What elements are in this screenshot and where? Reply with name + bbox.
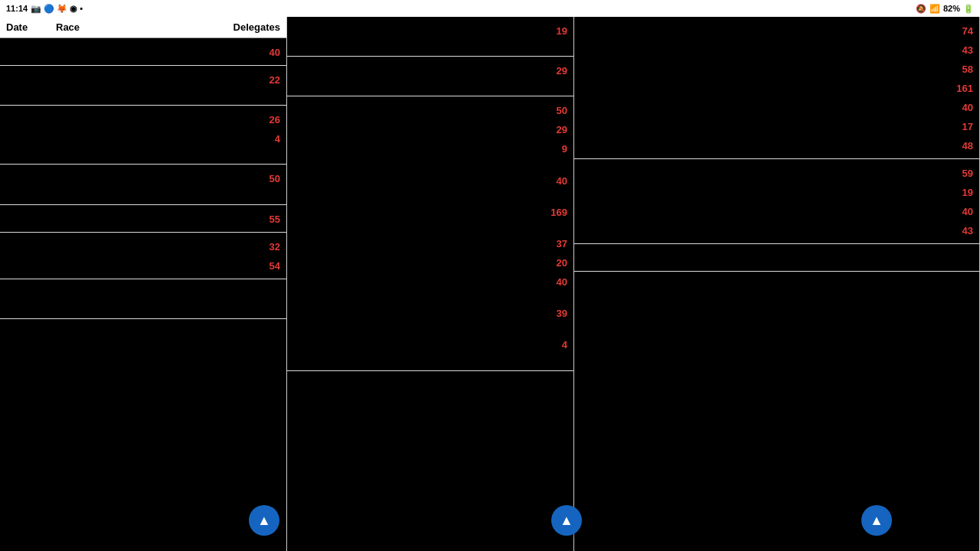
race-link[interactable]: Vermont Republican Presidential Primary [630, 120, 798, 131]
race-link[interactable]: Colorado Republican Presidential Primary [343, 237, 514, 248]
race-cell[interactable]: District of Columbia Republican Presiden… [343, 24, 514, 49]
race-link[interactable]: Tennessee Republican Presidential Primar… [630, 63, 808, 73]
race-link[interactable]: Michigan Republican Presidential Primary [56, 213, 226, 223]
race-cell[interactable]: Mississippi Republican Presidential Prim… [630, 204, 920, 217]
race-cell[interactable]: Washington Republican Presidential Prima… [630, 223, 920, 236]
race-cell[interactable]: American Samoa Republican Presidential P… [343, 142, 514, 167]
delegates-cell: 22 [227, 73, 280, 86]
race-link[interactable]: Arkansas Republican Presidential Primary [343, 174, 480, 198]
race-cell[interactable]: Massachusetts Republican Presidential Pr… [343, 275, 514, 300]
race-link[interactable]: Oklahoma Republican Presidential Primary [630, 44, 805, 54]
race-link[interactable]: Alabama Republican Presidential Primary [343, 104, 512, 115]
delegates-cell: 4 [227, 132, 280, 145]
race-link[interactable]: Utah Republican Presidential Primary [630, 101, 782, 112]
table-row: Mar 15Northern Marianas Republican Presi… [580, 249, 973, 266]
table-row: Virginia Republican Presidential Primary… [580, 136, 973, 154]
race-cell[interactable]: Tennessee Republican Presidential Primar… [630, 62, 920, 75]
race-link[interactable]: Alaska Republican Presidential Primary [343, 123, 504, 134]
delegates-cell: 32 [227, 240, 280, 253]
race-cell[interactable]: Colorado Republican Presidential Primary [343, 236, 514, 249]
table-row: Colorado Republican Presidential Primary… [293, 234, 567, 252]
race-cell[interactable]: Michigan Republican Presidential Primary [56, 212, 227, 225]
delegates-cell: 50 [514, 103, 567, 116]
race-link[interactable]: Missouri Republican Presidential Caucus [56, 259, 223, 270]
table-row: Mar 4North Dakota Republican Presidentia… [293, 61, 567, 91]
icons: 📷 🔵 🦊 ◉ • [31, 4, 83, 14]
battery-pct: 82% [943, 4, 960, 13]
race-cell[interactable]: North Carolina Republican Presidential P… [630, 24, 920, 37]
race-cell[interactable]: Utah Republican Presidential Primary [630, 100, 920, 113]
date-cell [580, 43, 630, 44]
race-cell[interactable]: Arkansas Republican Presidential Primary [343, 174, 514, 199]
race-link[interactable]: Mississippi Republican Presidential Prim… [630, 205, 808, 216]
table-row: Vermont Republican Presidential Primary1… [580, 117, 973, 135]
battery-icon: 🔋 [963, 4, 974, 14]
race-link[interactable]: North Carolina Republican Presidential P… [630, 24, 822, 35]
table-row: Massachusetts Republican Presidential Pr… [293, 272, 567, 302]
race-link[interactable]: American Samoa Republican Presidential P… [343, 142, 512, 166]
race-link[interactable]: Virgin Islands Republican Presidential C… [56, 132, 210, 156]
race-cell[interactable]: Northern Marianas Republican Presidentia… [630, 251, 920, 264]
race-cell[interactable]: South Carolina Republican Presidential P… [56, 171, 227, 197]
race-cell[interactable]: Maine Republican Presidential Primary [343, 256, 514, 269]
race-cell[interactable]: Alaska Republican Presidential Primary [343, 122, 514, 135]
race-link[interactable]: Maine Republican Presidential Primary [343, 256, 501, 267]
race-link[interactable]: Virginia Republican Presidential Primary [630, 139, 794, 150]
race-cell[interactable]: North Carolina Republican Presidential P… [343, 337, 514, 363]
race-cell[interactable]: Iowa Republican Presidential Caucus [56, 45, 227, 58]
race-link[interactable]: Idaho Republican Presidential Caucus [56, 240, 211, 251]
race-link[interactable]: District of Columbia Republican Presiden… [343, 24, 471, 48]
race-cell[interactable]: Missouri Republican Presidential Caucus [56, 259, 227, 272]
race-cell[interactable]: New Hampshire Republican Presidential Pr… [56, 73, 227, 98]
race-link[interactable]: Iowa Republican Presidential Caucus [56, 46, 208, 57]
date-cell: Jan 23 [6, 73, 56, 85]
date-cell [6, 132, 56, 133]
date-cell: Feb 8 [6, 112, 56, 125]
race-cell[interactable]: Nevada Republican Presidential Caucus [56, 112, 227, 126]
race-link[interactable]: Northern Marianas Republican Presidentia… [630, 252, 839, 262]
race-cell[interactable]: California Republican Presidential Prima… [343, 205, 514, 230]
race-link[interactable]: Hawaii Republican Presidential Caucus [630, 186, 790, 197]
race-link[interactable]: Minnesota Republican Presidential Primar… [343, 307, 485, 331]
date-cell: Mar 5 [293, 103, 343, 116]
race-cell[interactable]: Vermont Republican Presidential Primary [630, 119, 920, 132]
date-cell [293, 174, 343, 175]
race-link[interactable]: South Carolina Republican Presidential P… [56, 172, 216, 196]
race-cell[interactable]: Hawaii Republican Presidential Caucus [630, 185, 920, 198]
delegates-cell: 40 [920, 204, 973, 217]
row-group: North Carolina Republican Presidential P… [574, 17, 979, 159]
race-cell[interactable]: Alabama Republican Presidential Primary [343, 103, 514, 116]
race-link[interactable]: North Dakota Republican Presidential Cau… [343, 64, 496, 88]
table-row: Feb 8Nevada Republican Presidential Cauc… [6, 110, 280, 128]
delegates-cell: 20 [514, 256, 567, 269]
scroll-up-button-col2[interactable]: ▲ [551, 505, 582, 536]
race-link[interactable]: California Republican Presidential Prima… [343, 206, 481, 230]
race-cell[interactable]: Minnesota Republican Presidential Primar… [343, 306, 514, 331]
scroll-up-button-col1[interactable]: ▲ [249, 505, 279, 536]
delegates-cell: 54 [227, 259, 280, 272]
date-cell [580, 139, 630, 140]
date-cell: Feb 24 [6, 171, 56, 184]
race-cell[interactable]: Georgia Republican Presidential Primary [630, 166, 920, 179]
race-link[interactable]: District of Columbia Republican Presiden… [56, 287, 184, 311]
race-link[interactable]: Washington Republican Presidential Prima… [630, 224, 812, 235]
race-link[interactable]: New Hampshire Republican Presidential Pr… [56, 73, 220, 97]
race-cell[interactable]: North Dakota Republican Presidential Cau… [343, 64, 514, 89]
header-date: Date [6, 21, 56, 33]
race-cell[interactable]: Oklahoma Republican Presidential Primary [630, 43, 920, 56]
race-cell[interactable]: Virgin Islands Republican Presidential C… [56, 132, 227, 157]
race-link[interactable]: Nevada Republican Presidential Caucus [56, 113, 220, 124]
race-link[interactable]: North Carolina Republican Presidential P… [343, 338, 501, 362]
date-cell: Mar 12 [580, 166, 630, 178]
race-link[interactable]: Texas Republican Presidential Primary [630, 82, 787, 93]
race-cell[interactable]: Virginia Republican Presidential Primary [630, 139, 920, 152]
table-row: Washington Republican Presidential Prima… [580, 221, 973, 239]
race-cell[interactable]: District of Columbia Republican Presiden… [56, 286, 227, 311]
date-cell [293, 236, 343, 238]
race-cell[interactable]: Texas Republican Presidential Primary [630, 81, 920, 94]
race-link[interactable]: Massachusetts Republican Presidential Pr… [343, 276, 503, 299]
table-row: Mar 12Georgia Republican Presidential Pr… [580, 164, 973, 181]
race-cell[interactable]: Idaho Republican Presidential Caucus [56, 240, 227, 253]
scroll-up-button-col3[interactable]: ▲ [861, 505, 892, 536]
race-link[interactable]: Georgia Republican Presidential Primary [630, 167, 796, 178]
